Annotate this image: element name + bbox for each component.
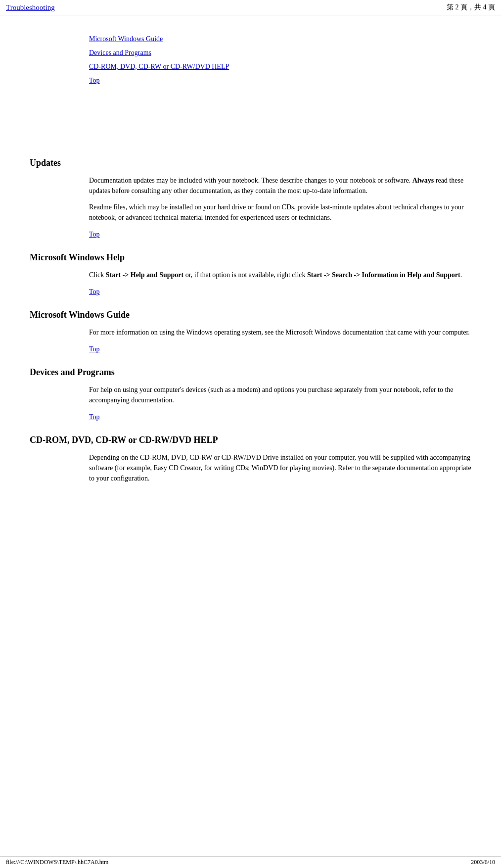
section-body-ms-windows-guide: For more information on using the Window… [89,327,471,353]
section-ms-windows-guide: Microsoft Windows Guide For more informa… [30,310,471,353]
section-heading-ms-windows-guide: Microsoft Windows Guide [30,310,471,320]
section-heading-updates: Updates [30,158,471,168]
ms-windows-guide-para: For more information on using the Window… [89,327,471,338]
footer-bar: file:///C:\WINDOWS\TEMP\.hhC7A0.htm 2003… [0,856,501,868]
toc-section: Microsoft Windows Guide Devices and Prog… [89,35,471,85]
toc-link-windows-guide[interactable]: Microsoft Windows Guide [89,35,471,43]
section-heading-devices-programs: Devices and Programs [30,367,471,378]
section-updates: Updates Documentation updates may be inc… [30,158,471,239]
devices-programs-para: For help on using your computer's device… [89,385,471,405]
updates-para-1: Documentation updates may be included wi… [89,175,471,196]
section-heading-ms-windows-help: Microsoft Windows Help [30,252,471,263]
devices-programs-top-link[interactable]: Top [89,413,100,421]
ms-windows-help-top-link[interactable]: Top [89,288,100,296]
main-content: Microsoft Windows Guide Devices and Prog… [0,15,501,509]
section-ms-windows-help: Microsoft Windows Help Click Start -> He… [30,252,471,296]
section-heading-cdrom: CD-ROM, DVD, CD-RW or CD-RW/DVD HELP [30,435,471,445]
updates-para-2: Readme files, which may be installed on … [89,202,471,223]
section-body-devices-programs: For help on using your computer's device… [89,385,471,421]
cdrom-para: Depending on the CD-ROM, DVD, CD-RW or C… [89,452,471,483]
footer-url: file:///C:\WINDOWS\TEMP\.hhC7A0.htm [6,859,108,866]
header-bar: Troubleshooting 第 2 頁，共 4 頁 [0,0,501,15]
updates-top-link[interactable]: Top [89,231,100,239]
toc-link-devices-programs[interactable]: Devices and Programs [89,49,471,57]
header-page-info: 第 2 頁，共 4 頁 [447,3,495,12]
ms-windows-guide-top-link[interactable]: Top [89,345,100,353]
section-body-updates: Documentation updates may be included wi… [89,175,471,239]
toc-top-link[interactable]: Top [89,77,471,85]
spacer [30,85,471,144]
section-body-cdrom: Depending on the CD-ROM, DVD, CD-RW or C… [89,452,471,483]
section-devices-programs: Devices and Programs For help on using y… [30,367,471,421]
footer-date: 2003/6/10 [471,859,495,866]
toc-link-cdrom[interactable]: CD-ROM, DVD, CD-RW or CD-RW/DVD HELP [89,63,471,71]
bold-start-search: Start -> Search -> Information in Help a… [307,271,460,279]
section-cdrom: CD-ROM, DVD, CD-RW or CD-RW/DVD HELP Dep… [30,435,471,483]
header-title[interactable]: Troubleshooting [6,3,55,12]
section-body-ms-windows-help: Click Start -> Help and Support or, if t… [89,270,471,296]
ms-windows-help-para: Click Start -> Help and Support or, if t… [89,270,471,280]
updates-bold: Always [412,177,434,184]
bold-start-help: Start -> Help and Support [106,271,183,279]
